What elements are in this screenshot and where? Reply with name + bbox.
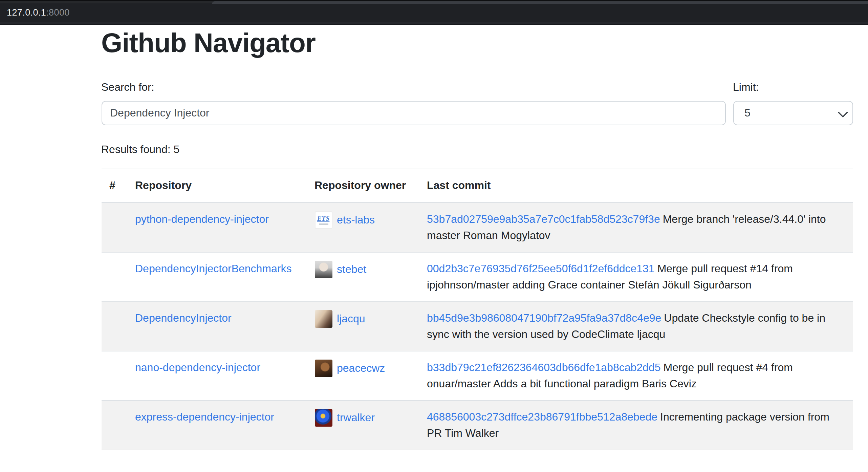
commit-hash-link[interactable]: 468856003c273dffce23b86791fbbe512a8ebede <box>427 411 657 423</box>
col-header-owner: Repository owner <box>306 169 419 202</box>
avatar <box>314 310 332 328</box>
toolbar-bottom-edge <box>0 22 868 25</box>
repo-link[interactable]: DependencyInjectorBenchmarks <box>135 263 291 274</box>
owner-link[interactable]: ets-labs <box>337 212 375 228</box>
repo-link[interactable]: DependencyInjector <box>135 312 232 324</box>
limit-select[interactable]: 5 <box>733 101 853 125</box>
avatar <box>314 261 332 278</box>
repo-link[interactable]: express-dependency-injector <box>135 411 274 423</box>
results-summary: Results found: 5 <box>101 142 853 158</box>
address-bar[interactable]: 127.0.0.1:8000 <box>0 3 868 22</box>
limit-selected-value: 5 <box>744 107 751 119</box>
browser-topbar: 127.0.0.1:8000 <box>0 0 868 25</box>
limit-label: Limit: <box>733 79 853 95</box>
col-header-commit: Last commit <box>419 169 853 202</box>
browser-window: 127.0.0.1:8000 Github Navigator Search f… <box>0 0 868 472</box>
table-row: DependencyInjector ljacqu bb45d9e3b98608… <box>101 302 853 351</box>
owner-link[interactable]: ljacqu <box>337 311 365 327</box>
url-text: 127.0.0.1:8000 <box>7 7 70 18</box>
table-row: python-dependency-injector ETS ets-labs … <box>101 202 853 252</box>
avatar <box>314 409 332 427</box>
avatar: ETS <box>314 211 332 229</box>
results-table: # Repository Repository owner Last commi… <box>101 169 853 450</box>
page-content: Github Navigator Search for: Limit: 5 Re… <box>101 25 853 450</box>
limit-column: Limit: 5 <box>733 79 853 125</box>
col-header-repo: Repository <box>127 169 306 202</box>
row-num-cell <box>101 202 127 252</box>
page-title: Github Navigator <box>101 26 853 59</box>
owner-link[interactable]: stebet <box>337 261 366 278</box>
table-row: express-dependency-injector trwalker 468… <box>101 401 853 450</box>
url-port: :8000 <box>46 7 70 18</box>
table-header-row: # Repository Repository owner Last commi… <box>101 169 853 202</box>
row-num-cell <box>101 401 127 450</box>
owner-link[interactable]: trwalker <box>337 410 375 426</box>
commit-hash-link[interactable]: bb45d9e3b98608047190bf72a95fa9a37d8c4e9e <box>427 312 661 324</box>
row-num-cell <box>101 351 127 401</box>
avatar <box>314 360 332 377</box>
url-host: 127.0.0.1 <box>7 7 46 18</box>
search-form: Search for: Limit: 5 <box>101 79 853 125</box>
ets-logo-text: ETS <box>317 215 330 222</box>
row-num-cell <box>101 252 127 302</box>
tab-strip <box>0 0 868 3</box>
col-header-num: # <box>101 169 127 202</box>
search-input[interactable] <box>101 101 725 125</box>
search-label: Search for: <box>101 79 725 95</box>
table-row: nano-dependency-injector peacecwz b33db7… <box>101 351 853 401</box>
repo-link[interactable]: nano-dependency-injector <box>135 362 260 373</box>
commit-hash-link[interactable]: b33db79c21ef8262364603db66dfe1ab8cab2dd5 <box>427 362 660 373</box>
limit-select-wrap: 5 <box>733 101 853 125</box>
table-row: DependencyInjectorBenchmarks stebet 00d2… <box>101 252 853 302</box>
repo-link[interactable]: python-dependency-injector <box>135 213 269 225</box>
search-column: Search for: <box>101 79 725 125</box>
commit-hash-link[interactable]: 00d2b3c7e76935d76f25ee50f6d1f2ef6ddce131 <box>427 263 655 274</box>
owner-link[interactable]: peacecwz <box>337 360 385 377</box>
row-num-cell <box>101 302 127 351</box>
commit-hash-link[interactable]: 53b7ad02759e9ab35a7e7c0c1fab58d523c79f3e <box>427 213 660 225</box>
ets-logo-subtext <box>319 223 328 225</box>
